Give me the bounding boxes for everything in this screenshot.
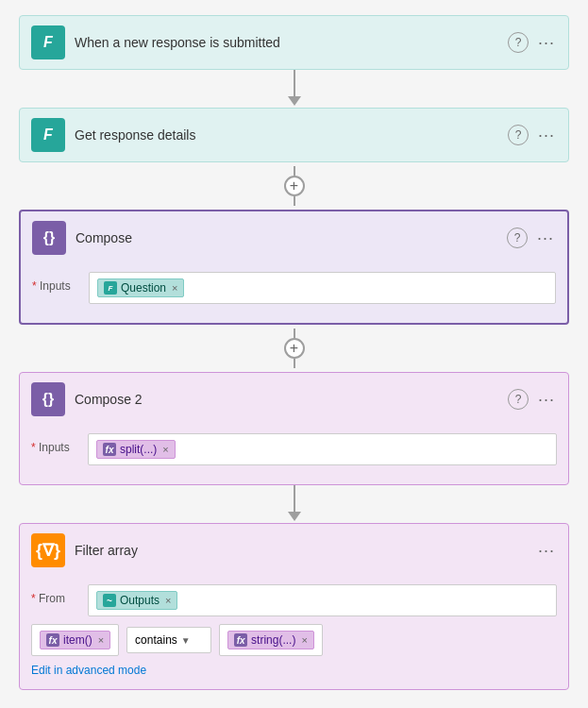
step5-item-token: fx item() × (40, 631, 110, 649)
step1-more-button[interactable]: ··· (536, 33, 557, 53)
step1-actions: ? ··· (508, 32, 557, 53)
step5-from-field[interactable]: ~ Outputs × (88, 584, 557, 616)
step4-header: {} Compose 2 ? ··· (20, 373, 568, 426)
connector-3-line-top (294, 329, 295, 338)
step3-header: {} Compose ? ··· (21, 211, 567, 264)
step5-string-icon-label: fx (237, 635, 245, 646)
step-compose2: {} Compose 2 ? ··· * Inputs fx split(... (19, 372, 569, 485)
step5-header: {∇} Filter array ··· (20, 524, 568, 577)
connector-2-line-bottom (294, 196, 295, 206)
step1-title: When a new response is submitted (75, 35, 498, 50)
step5-icon-label: {∇} (36, 540, 60, 561)
connector-2: + (284, 162, 305, 210)
step5-filter-row: fx item() × contains ▼ fx (31, 624, 557, 656)
step5-operator-chevron: ▼ (181, 635, 191, 646)
connector-3-plus-button[interactable]: + (284, 338, 305, 359)
step5-more-button[interactable]: ··· (536, 541, 557, 561)
step4-split-icon-label: fx (106, 445, 114, 455)
step2-header: F Get response details ? ··· (20, 109, 568, 161)
step2-icon-label: F (43, 126, 53, 143)
flow-container: F When a new response is submitted ? ···… (19, 15, 569, 708)
step5-item-token-label: item() (63, 633, 92, 647)
step5-actions: ··· (536, 541, 557, 561)
step3-body: * Inputs F Question × (21, 264, 567, 323)
connector-1 (288, 70, 301, 108)
step5-outputs-token-icon: ~ (103, 594, 116, 607)
connector-2-line-top (294, 166, 295, 176)
step5-outputs-token-close[interactable]: × (165, 595, 171, 606)
step3-question-icon-label: F (109, 284, 113, 293)
step4-split-token-icon: fx (103, 443, 116, 456)
step3-help-button[interactable]: ? (507, 228, 528, 248)
connector-3-line-bottom (294, 359, 295, 368)
step4-more-button[interactable]: ··· (536, 390, 557, 410)
step4-split-token-label: split(...) (120, 443, 157, 456)
step-filter-array: {∇} Filter array ··· * From ~ Outputs (19, 523, 569, 690)
step2-help-button[interactable]: ? (508, 125, 529, 145)
step5-string-token: fx string(...) × (227, 631, 314, 649)
step5-outputs-icon-label: ~ (107, 596, 112, 606)
step2-actions: ? ··· (508, 125, 557, 145)
step4-help-button[interactable]: ? (508, 389, 529, 410)
step2-more-button[interactable]: ··· (536, 126, 557, 145)
step3-more-button[interactable]: ··· (535, 228, 556, 248)
step4-title: Compose 2 (75, 392, 498, 407)
step4-actions: ? ··· (508, 389, 557, 410)
step1-help-button[interactable]: ? (508, 32, 529, 53)
step5-outputs-token-label: Outputs (120, 594, 160, 607)
step3-inputs-row: * Inputs F Question × (32, 272, 556, 304)
step3-question-token-icon: F (104, 281, 117, 295)
step2-title: Get response details (75, 127, 498, 143)
step5-string-field[interactable]: fx string(...) × (219, 624, 323, 656)
step3-icon-label: {} (43, 229, 55, 246)
step4-inputs-field[interactable]: fx split(...) × (88, 433, 557, 465)
connector-3: + (284, 325, 305, 372)
step4-inputs-label: * Inputs (31, 433, 78, 454)
step3-inputs-label: * Inputs (32, 272, 79, 293)
step4-split-token-close[interactable]: × (162, 444, 168, 455)
step5-item-icon-label: fx (49, 635, 58, 646)
step3-required-star: * (32, 279, 37, 293)
step5-operator-label: contains (135, 633, 177, 647)
step5-item-token-close[interactable]: × (98, 634, 104, 646)
step5-outputs-token: ~ Outputs × (96, 591, 177, 610)
step5-from-required-star: * (31, 592, 36, 605)
connector-1-line (294, 70, 295, 96)
step3-title: Compose (76, 230, 497, 245)
step4-inputs-row: * Inputs fx split(...) × (31, 433, 557, 465)
connector-4-arrowhead (288, 512, 301, 521)
step5-title: Filter array (75, 543, 527, 558)
step4-body: * Inputs fx split(...) × (20, 426, 568, 484)
step5-item-token-icon: fx (46, 633, 59, 647)
step3-inputs-field[interactable]: F Question × (89, 272, 556, 304)
step1-icon: F (31, 25, 65, 59)
step5-from-label: * From (31, 584, 78, 605)
step5-from-row: * From ~ Outputs × (31, 584, 557, 616)
connector-4-line (294, 485, 295, 512)
step1-header: F When a new response is submitted ? ··· (20, 16, 568, 69)
step3-question-token: F Question × (97, 278, 184, 297)
step5-edit-advanced-link[interactable]: Edit in advanced mode (31, 664, 146, 677)
step4-icon-label: {} (42, 391, 54, 408)
step4-required-star: * (31, 441, 36, 454)
step4-split-token: fx split(...) × (96, 440, 176, 459)
step5-operator-select[interactable]: contains ▼ (126, 627, 211, 653)
step3-icon: {} (32, 221, 66, 255)
step5-body: * From ~ Outputs × (20, 577, 568, 689)
step5-string-token-icon: fx (234, 633, 247, 647)
step-compose: {} Compose ? ··· * Inputs F Question (19, 210, 569, 325)
connector-1-arrowhead (288, 96, 301, 106)
step1-icon-label: F (43, 34, 53, 51)
step-when-new-response: F When a new response is submitted ? ··· (19, 15, 569, 70)
connector-2-plus-button[interactable]: + (284, 176, 305, 196)
step5-item-field[interactable]: fx item() × (31, 624, 119, 656)
step3-question-token-label: Question (121, 281, 166, 295)
step5-icon: {∇} (31, 533, 65, 567)
step3-question-token-close[interactable]: × (172, 282, 177, 294)
step5-string-token-close[interactable]: × (301, 634, 307, 646)
step3-actions: ? ··· (507, 228, 556, 248)
step4-icon: {} (31, 382, 65, 416)
connector-4 (288, 485, 301, 523)
step-get-response: F Get response details ? ··· (19, 108, 569, 162)
step2-icon: F (31, 118, 65, 152)
